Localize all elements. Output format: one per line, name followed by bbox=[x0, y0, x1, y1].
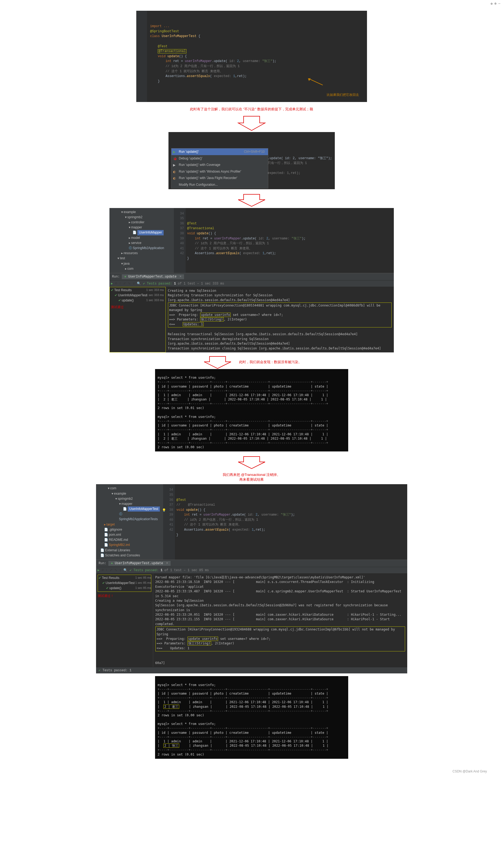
console-1: Creating a new SqlSession Registering tr… bbox=[166, 287, 394, 352]
svg-marker-0 bbox=[308, 79, 311, 81]
tree-item[interactable]: 📄 SpringMB2.iml bbox=[100, 542, 162, 548]
tree-item[interactable]: 📄 .gitignore bbox=[100, 527, 162, 532]
ctx-item[interactable]: ▶Run 'update()'Ctrl+Shift+F10 bbox=[171, 148, 268, 155]
tree-item[interactable]: test bbox=[114, 256, 173, 261]
expand-icon[interactable]: ⤢ bbox=[110, 568, 112, 572]
ctx-item[interactable]: ◐Run 'update()' with 'Windows Async Prof… bbox=[171, 168, 268, 175]
tree-item[interactable]: mapper bbox=[100, 502, 162, 506]
tree-item[interactable]: target bbox=[100, 522, 162, 527]
search-icon[interactable]: 🔍 bbox=[123, 568, 127, 572]
tree-item[interactable]: java bbox=[114, 261, 173, 266]
project-tree-1[interactable]: examplespringmb2controllermapper📄 UserIn… bbox=[109, 208, 174, 273]
test-class[interactable]: UserInfoMapperTest1 sec 333 ms bbox=[111, 293, 165, 298]
run-tab-bar: Run: ● UserInfoMapperTest.update × bbox=[109, 273, 394, 280]
scroll-icon[interactable]: ↧ bbox=[119, 568, 121, 572]
callout-arrow bbox=[302, 73, 324, 93]
tree-item[interactable]: 📄 UserInfoMapper bbox=[114, 230, 173, 235]
test-pass-label: 测试通过 bbox=[111, 303, 165, 310]
tree-item[interactable]: 📄 README.md bbox=[100, 537, 162, 542]
run-tab-2[interactable]: ● UserInfoMapperTest.update × bbox=[108, 561, 171, 566]
tests-passed-label-2: ✔ Tests passed: 1 of 1 test – 1 sec 85 m… bbox=[129, 568, 209, 572]
sort-icon[interactable]: ↕ bbox=[119, 281, 121, 285]
test-root[interactable]: Test Results1 sec 85 ms bbox=[98, 576, 150, 580]
run-toolbar: ▶ ⎚ ↕ ⤢ ⤡ ↧ 🔍 ✔ Tests passed: 1 of 1 tes… bbox=[109, 280, 394, 287]
caption-3: 此时，我们就会发现：数据没有被污染。 bbox=[239, 360, 302, 364]
tree-item[interactable]: service bbox=[114, 240, 173, 246]
caption-4: 我们再来把 @Transactional 注销掉。再来看测试结果 bbox=[223, 472, 280, 482]
tree-item[interactable]: Ⓒ SpringMb2ApplicationTests bbox=[100, 512, 162, 522]
row-highlight-before: 2 | 老三 bbox=[164, 704, 179, 709]
rerun-icon[interactable]: ▶ bbox=[98, 568, 99, 572]
run-toolbar-2: ▶ ⎚ ↕ ⤢ ⤡ ↧ 🔍 ✔ Tests passed: 1 of 1 tes… bbox=[96, 567, 407, 574]
row-highlight-after: 2 | 张三 bbox=[164, 743, 179, 748]
project-tree-2[interactable]: comexamplespringmb2mapper📄 UserInfoMappe… bbox=[96, 484, 163, 560]
test-tree-1[interactable]: Test Results1 sec 333 ms UserInfoMapperT… bbox=[109, 287, 166, 352]
callout-text: 比如果我们把它改回去 bbox=[327, 92, 359, 97]
search-icon[interactable]: 🔍 bbox=[137, 281, 141, 286]
transactional-annotation: @Transactional bbox=[158, 49, 187, 53]
test-root[interactable]: Test Results1 sec 333 ms bbox=[111, 288, 165, 293]
test-pass-label-2: 测试通过！ bbox=[98, 592, 151, 599]
ctx-item[interactable]: ◐Run 'update()' with 'Java Flight Record… bbox=[171, 175, 268, 182]
tree-item[interactable]: model bbox=[114, 235, 173, 240]
bulb-icon[interactable]: 💡 bbox=[162, 508, 166, 513]
arrow-down-icon bbox=[235, 193, 268, 207]
tree-item[interactable]: springmb2 bbox=[100, 496, 162, 502]
code-block-2: @Test @Transactional void update() { ▶Ru… bbox=[168, 132, 335, 189]
console-2: Parsed mapper file: 'file [G:\Java语言\jav… bbox=[153, 574, 407, 667]
context-menu[interactable]: ▶Run 'update()'Ctrl+Shift+F10🐞Debug 'upd… bbox=[171, 148, 268, 188]
tree-item[interactable]: 📄 Scratches and Consoles bbox=[100, 553, 162, 558]
arrow-down-icon bbox=[235, 455, 268, 469]
tree-item[interactable]: 📄 pom.xml bbox=[100, 532, 162, 537]
test-class[interactable]: UserInfoMapperTest1 sec 85 ms bbox=[98, 580, 150, 586]
scroll-icon[interactable]: ↧ bbox=[133, 281, 135, 286]
test-method[interactable]: update()1 sec 85 ms bbox=[98, 586, 150, 591]
gear-icon[interactable]: ✿ ⚙ — bbox=[491, 2, 500, 6]
ctx-item[interactable]: 🐞Debug 'update()' bbox=[171, 155, 268, 162]
status-bar: ✔ Tests passed: 1 bbox=[96, 667, 407, 673]
tests-passed-label: ✔ Tests passed: 1 of 1 test – 1 sec 333 … bbox=[143, 281, 224, 286]
rerun-icon[interactable]: ▶ bbox=[111, 281, 113, 286]
sort-icon[interactable]: ↕ bbox=[106, 568, 107, 572]
run-tab-bar-2: Run: ● UserInfoMapperTest.update × bbox=[96, 560, 407, 567]
code-block-1: import ... @SpringBootTest class UserInf… bbox=[136, 11, 367, 102]
ctx-item[interactable]: ▶Run 'update()' with Coverage bbox=[171, 162, 268, 168]
expand-icon[interactable]: ⤢ bbox=[123, 281, 126, 286]
close-icon[interactable]: × bbox=[178, 275, 181, 279]
tree-item[interactable]: resources bbox=[114, 251, 173, 256]
code-block-3: 343536373839404142 @Test @Transactional … bbox=[174, 208, 394, 273]
tree-item[interactable]: Ⓒ SpringMb2Application bbox=[114, 246, 173, 251]
tree-item[interactable]: springmb2 bbox=[114, 215, 173, 220]
tree-item[interactable]: mapper bbox=[114, 225, 173, 230]
filter-icon[interactable]: ⎚ bbox=[102, 568, 104, 572]
caption-1: 此时有了这个注解，我们就可以在 "不污染" 数据库的前提下，完成单元测试；额 bbox=[190, 107, 313, 112]
filter-icon[interactable]: ⎚ bbox=[115, 281, 117, 285]
run-tab[interactable]: ● UserInfoMapperTest.update × bbox=[122, 274, 184, 279]
code-block-5: 343536373839404142 @Test // @Transaction… bbox=[163, 484, 407, 560]
ctx-item[interactable]: Modify Run Configuration... bbox=[171, 182, 268, 188]
footer-credit: CSDN @Dark And Grey bbox=[6, 762, 497, 773]
tree-item[interactable]: com bbox=[100, 486, 162, 491]
test-tree-2[interactable]: Test Results1 sec 85 ms UserInfoMapperTe… bbox=[96, 574, 153, 667]
tree-item[interactable]: 📄 External Libraries bbox=[100, 548, 162, 553]
mysql-output-1: mysql> select * from userinfo; +----+---… bbox=[155, 369, 348, 452]
arrow-down-icon bbox=[235, 115, 268, 131]
tree-item[interactable]: example bbox=[114, 210, 173, 215]
tree-item[interactable]: example bbox=[100, 491, 162, 496]
arrow-down-icon bbox=[201, 355, 234, 369]
mysql-output-2: mysql> select * from userinfo; +----+---… bbox=[155, 676, 348, 758]
collapse-icon[interactable]: ⤡ bbox=[128, 281, 130, 286]
tree-item[interactable]: 📄 UserInfoMapperTest bbox=[100, 506, 162, 512]
collapse-icon[interactable]: ⤡ bbox=[115, 568, 117, 572]
test-method[interactable]: update()1 sec 333 ms bbox=[111, 298, 165, 303]
tree-item[interactable]: com bbox=[114, 266, 173, 271]
close-icon[interactable]: × bbox=[165, 561, 168, 565]
tree-item[interactable]: controller bbox=[114, 220, 173, 225]
